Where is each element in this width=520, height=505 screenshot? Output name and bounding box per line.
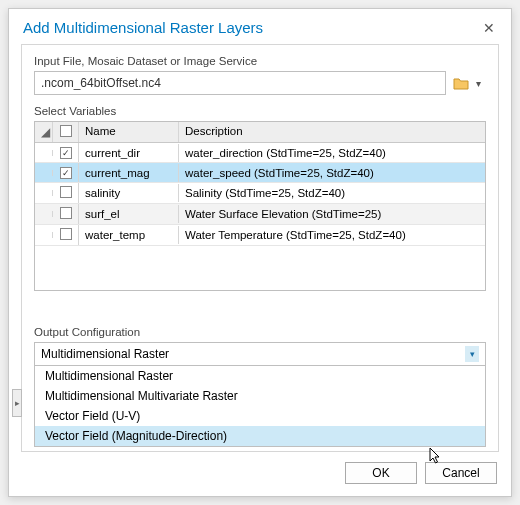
table-row[interactable]: water_tempWater Temperature (StdTime=25,…	[35, 225, 485, 246]
dropdown-option[interactable]: Multidimensional Raster	[35, 366, 485, 386]
chevron-down-icon[interactable]: ▾	[465, 346, 479, 362]
row-name: current_dir	[79, 144, 179, 162]
row-desc: water_speed (StdTime=25, StdZ=40)	[179, 164, 485, 182]
description-column-header[interactable]: Description	[179, 122, 485, 142]
row-check-cell[interactable]: ✓	[53, 143, 79, 162]
row-name: water_temp	[79, 226, 179, 244]
row-checkbox[interactable]	[60, 228, 72, 240]
output-config-label: Output Configuration	[34, 326, 486, 338]
footer: OK Cancel	[9, 452, 511, 496]
row-desc: Water Temperature (StdTime=25, StdZ=40)	[179, 226, 485, 244]
row-name: surf_el	[79, 205, 179, 223]
folder-icon[interactable]	[452, 74, 470, 92]
output-config-area: Output Configuration Multidimensional Ra…	[34, 326, 486, 447]
row-checkbox[interactable]	[60, 186, 72, 198]
output-config-value-row[interactable]: Multidimensional Raster ▾	[35, 343, 485, 365]
expand-column-header[interactable]: ◢	[35, 122, 53, 142]
dropdown-option[interactable]: Vector Field (Magnitude-Direction)	[35, 426, 485, 446]
row-expand[interactable]	[35, 150, 53, 156]
row-check-cell[interactable]	[53, 183, 79, 203]
row-name: current_mag	[79, 164, 179, 182]
variables-table: ◢ Name Description ✓current_dirwater_dir…	[34, 121, 486, 291]
row-checkbox[interactable]	[60, 207, 72, 219]
ok-button[interactable]: OK	[345, 462, 417, 484]
row-expand[interactable]	[35, 190, 53, 196]
row-expand[interactable]	[35, 211, 53, 217]
cancel-button[interactable]: Cancel	[425, 462, 497, 484]
table-row[interactable]: salinitySalinity (StdTime=25, StdZ=40)	[35, 183, 485, 204]
row-desc: water_direction (StdTime=25, StdZ=40)	[179, 144, 485, 162]
row-check-cell[interactable]	[53, 225, 79, 245]
titlebar: Add Multidimensional Raster Layers ✕	[9, 9, 511, 44]
input-file-field[interactable]	[34, 71, 446, 95]
input-file-label: Input File, Mosaic Dataset or Image Serv…	[34, 55, 486, 67]
chevron-down-icon[interactable]: ▾	[476, 78, 486, 89]
row-expand[interactable]	[35, 170, 53, 176]
row-checkbox[interactable]: ✓	[60, 147, 72, 159]
select-variables-label: Select Variables	[34, 105, 486, 117]
output-config-select[interactable]: Multidimensional Raster ▾	[34, 342, 486, 366]
output-config-dropdown: Multidimensional RasterMultidimensional …	[34, 366, 486, 447]
row-desc: Water Surface Elevation (StdTime=25)	[179, 205, 485, 223]
table-row[interactable]: ✓current_magwater_speed (StdTime=25, Std…	[35, 163, 485, 183]
input-file-row: ▾	[34, 71, 486, 95]
check-all-header[interactable]	[53, 122, 79, 142]
output-config-value: Multidimensional Raster	[41, 347, 169, 361]
row-checkbox[interactable]: ✓	[60, 167, 72, 179]
row-name: salinity	[79, 184, 179, 202]
close-icon[interactable]: ✕	[481, 20, 497, 36]
row-expand[interactable]	[35, 232, 53, 238]
name-column-header[interactable]: Name	[79, 122, 179, 142]
row-desc: Salinity (StdTime=25, StdZ=40)	[179, 184, 485, 202]
check-all-checkbox[interactable]	[60, 125, 72, 137]
dialog-title: Add Multidimensional Raster Layers	[23, 19, 263, 36]
row-check-cell[interactable]: ✓	[53, 163, 79, 182]
side-expand-handle[interactable]: ▸	[12, 389, 22, 417]
dropdown-option[interactable]: Multidimensional Multivariate Raster	[35, 386, 485, 406]
dialog: Add Multidimensional Raster Layers ✕ Inp…	[8, 8, 512, 497]
table-row[interactable]: surf_elWater Surface Elevation (StdTime=…	[35, 204, 485, 225]
table-body: ✓current_dirwater_direction (StdTime=25,…	[35, 143, 485, 246]
content-panel: Input File, Mosaic Dataset or Image Serv…	[21, 44, 499, 452]
table-row[interactable]: ✓current_dirwater_direction (StdTime=25,…	[35, 143, 485, 163]
table-header: ◢ Name Description	[35, 122, 485, 143]
dropdown-option[interactable]: Vector Field (U-V)	[35, 406, 485, 426]
row-check-cell[interactable]	[53, 204, 79, 224]
